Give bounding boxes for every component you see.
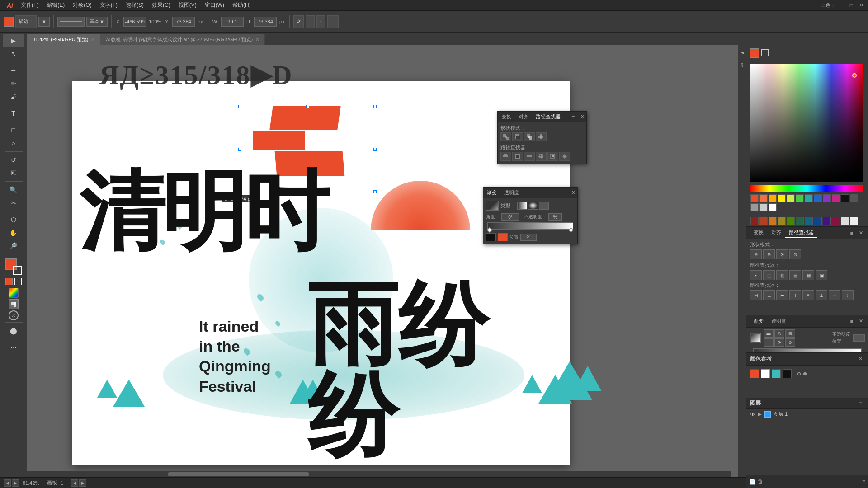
menu-window[interactable]: 窗口(W) <box>201 0 228 10</box>
gf-stop-right[interactable] <box>568 227 573 232</box>
swatch-red[interactable] <box>750 194 759 202</box>
tab-transform[interactable]: 变换 <box>750 228 767 238</box>
pf-mode-3[interactable] <box>524 132 535 141</box>
cr-swatch-3[interactable] <box>772 369 781 378</box>
color-mode-btn[interactable] <box>9 288 19 298</box>
tab-1[interactable]: AI教程-清明时节创意字体版式设计.ai* @ 27.93% (RGB/GPU … <box>100 34 265 45</box>
cr-action-2[interactable]: ⊗ <box>803 371 807 377</box>
pf-op-e[interactable] <box>547 152 558 161</box>
menu-help[interactable]: 帮助(H) <box>229 0 255 10</box>
gf-linear[interactable] <box>517 202 527 210</box>
y-input[interactable] <box>172 17 195 27</box>
swatch-near-white[interactable] <box>850 217 858 225</box>
handle-mr[interactable] <box>373 148 377 151</box>
color-mini-fill[interactable] <box>5 278 13 285</box>
shape-mode-4[interactable]: ⊙ <box>789 249 801 259</box>
layer-visibility-toggle[interactable]: 👁 <box>750 411 755 418</box>
stroke-btn[interactable]: 描边： <box>15 15 37 28</box>
tool-rotate[interactable]: ↺ <box>3 154 24 166</box>
align-v-mid[interactable]: ≡ <box>802 290 814 300</box>
swatch-maroon[interactable] <box>832 217 840 225</box>
tool-eyedropper[interactable]: 🔍 <box>3 183 24 196</box>
gp-color-stop-preview[interactable] <box>853 334 865 342</box>
fill-color-swatch[interactable] <box>4 17 14 27</box>
tool-hand[interactable]: ✋ <box>3 226 24 239</box>
gradient-btn[interactable]: ▦ <box>9 299 19 309</box>
pf-op-a[interactable] <box>500 152 511 161</box>
gp-type-linear[interactable]: ▬ <box>764 329 774 338</box>
swatch-dark-green[interactable] <box>787 217 795 225</box>
gp-options-2[interactable]: ⊕ <box>785 338 795 347</box>
gf-menu[interactable]: ≡ <box>560 189 568 197</box>
menu-file[interactable]: 文件(F) <box>17 0 42 10</box>
expand-arrow[interactable]: ▶ <box>758 412 762 417</box>
shape-mode-2[interactable]: ⊖ <box>763 249 775 259</box>
pf-op-1[interactable]: ▪ <box>750 270 762 280</box>
swatch-dark-gray[interactable] <box>850 194 858 202</box>
swatch-orange[interactable] <box>769 194 777 202</box>
pf-float-menu[interactable]: ≡ <box>569 113 577 121</box>
gf-tab-gradient[interactable]: 渐变 <box>483 188 500 198</box>
tool-artboard[interactable]: ⬡ <box>3 213 24 226</box>
x-input[interactable] <box>123 17 146 27</box>
distribute-v[interactable]: ↕ <box>842 290 854 300</box>
tab-pathfinder[interactable]: 路径查找器 <box>785 228 817 238</box>
color-spectrum[interactable] <box>750 64 863 182</box>
align-btn[interactable]: ≡ <box>306 15 315 28</box>
pf-op-d[interactable] <box>536 152 547 161</box>
stroke-swatch[interactable] <box>13 266 22 275</box>
pf-op-6[interactable]: ▣ <box>816 270 827 280</box>
swatch-blue[interactable] <box>814 194 822 202</box>
swatch-brown-orange[interactable] <box>769 217 777 225</box>
pf-op-3[interactable]: ▥ <box>776 270 788 280</box>
gp-type-radial[interactable]: ◎ <box>774 329 784 338</box>
gp-reverse[interactable]: ↔ <box>764 338 774 347</box>
color-ref-close[interactable]: ✕ <box>856 355 864 363</box>
pf-op-5[interactable]: ▦ <box>802 270 814 280</box>
handle-tl[interactable] <box>238 105 241 108</box>
tool-direct-select[interactable]: ↖ <box>3 47 24 60</box>
scrollbar-horizontal[interactable] <box>27 471 731 477</box>
tab-0-close[interactable]: ✕ <box>91 37 94 42</box>
handle-tm[interactable] <box>306 105 309 108</box>
pf-mode-2[interactable] <box>512 132 523 141</box>
tab-align[interactable]: 对齐 <box>768 228 785 238</box>
zoom-level[interactable]: 81.42% <box>23 480 39 486</box>
swatch-very-light-gray[interactable] <box>841 217 849 225</box>
shape-mode-3[interactable]: ⊗ <box>776 249 788 259</box>
nav-left[interactable]: ◀ <box>4 479 11 487</box>
pf-mode-1[interactable] <box>500 132 511 141</box>
layer-row-1[interactable]: 👁 ▶ 图层 1 1 <box>746 409 868 419</box>
gf-gradient-slider[interactable] <box>487 222 573 230</box>
hue-slider[interactable] <box>750 185 863 192</box>
pf-mode-4[interactable] <box>536 132 547 141</box>
align-v-top[interactable]: ⊤ <box>789 290 801 300</box>
pf-op-b[interactable] <box>512 152 523 161</box>
gf-freeform[interactable] <box>539 202 549 210</box>
pf-op-c[interactable] <box>524 152 535 161</box>
handle-ml[interactable] <box>238 148 241 151</box>
handle-br[interactable] <box>373 190 377 193</box>
pf-menu[interactable]: ≡ <box>848 229 856 237</box>
pf-float-tab-align[interactable]: 对齐 <box>515 112 532 122</box>
red-shape-top[interactable] <box>269 106 340 130</box>
gf-position-val[interactable]: % <box>520 234 537 241</box>
align-h-right[interactable]: ⊢ <box>776 290 788 300</box>
menu-view[interactable]: 视图(V) <box>175 0 200 10</box>
more-btn[interactable]: ⋯ <box>327 15 339 28</box>
swatch-gray[interactable] <box>750 203 759 211</box>
window-close[interactable]: ✕ <box>857 1 865 9</box>
gf-stop-red[interactable] <box>498 233 508 241</box>
distribute-h[interactable]: ↔ <box>829 290 840 300</box>
tool-zoom[interactable]: 🔎 <box>3 239 24 252</box>
layers-options-btn[interactable]: ≡ <box>862 479 865 485</box>
page-next[interactable]: ▶ <box>79 479 86 487</box>
tool-scissors[interactable]: ✂ <box>3 197 24 209</box>
none-btn[interactable]: ∅ <box>9 310 19 320</box>
page-prev[interactable]: ◀ <box>71 479 78 487</box>
align-h-left[interactable]: ⊣ <box>750 290 762 300</box>
gf-opacity-val[interactable]: % <box>548 213 562 221</box>
handle-tr[interactable] <box>373 105 377 108</box>
gradient-preview-box[interactable] <box>750 333 761 343</box>
menu-edit[interactable]: 编辑(E) <box>43 0 68 10</box>
